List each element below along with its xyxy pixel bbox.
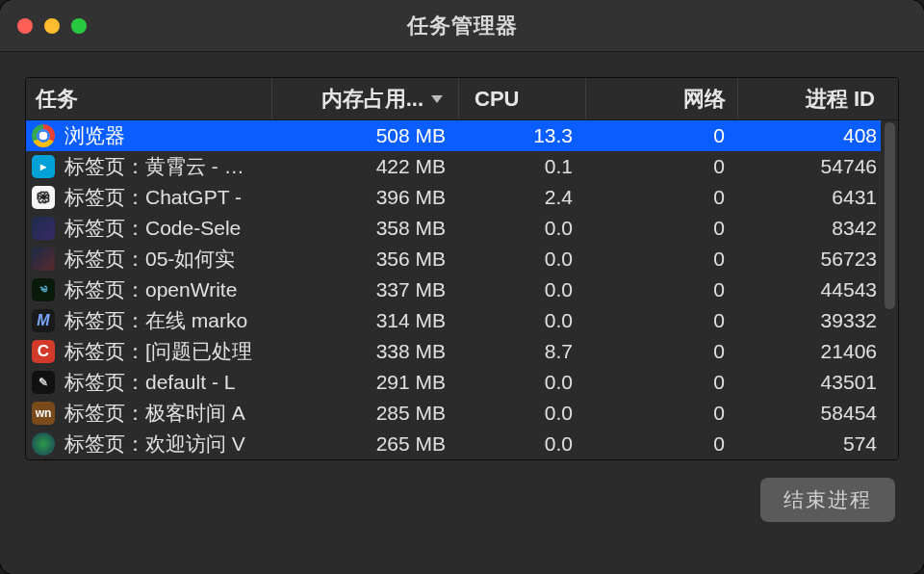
cell-memory: 337 MB	[272, 278, 459, 301]
openwrite-icon	[32, 278, 55, 301]
cell-network: 0	[586, 340, 738, 363]
column-label: CPU	[475, 87, 519, 112]
task-name: 标签页：Code-Sele	[64, 215, 241, 242]
scrollbar-track[interactable]	[881, 120, 898, 459]
window-title: 任务管理器	[407, 12, 518, 40]
task-name: 标签页：default - L	[64, 369, 235, 396]
cell-cpu: 0.1	[459, 155, 586, 178]
cell-memory: 396 MB	[272, 186, 459, 209]
cell-cpu: 0.0	[459, 432, 586, 456]
task-name: 标签页：极客时间 A	[64, 400, 245, 427]
bilibili-icon	[32, 155, 55, 178]
column-label: 网络	[683, 85, 726, 114]
cell-network: 0	[586, 278, 738, 301]
cell-pid: 39332	[738, 309, 886, 332]
end-process-button[interactable]: 结束进程	[760, 478, 895, 522]
cell-memory: 356 MB	[272, 248, 459, 271]
task-name: 标签页：在线 marko	[64, 307, 247, 334]
close-icon[interactable]	[17, 18, 33, 34]
cell-task: 标签页：05-如何实	[26, 246, 272, 273]
column-label: 任务	[36, 85, 78, 114]
scrollbar-thumb[interactable]	[885, 122, 895, 309]
window-controls	[17, 18, 87, 34]
column-label: 内存占用...	[321, 85, 424, 114]
task-name: 标签页：05-如何实	[64, 246, 235, 273]
cell-task: M标签页：在线 marko	[26, 307, 272, 334]
cell-pid: 8342	[738, 217, 886, 240]
task-name: 标签页：ChatGPT -	[64, 184, 242, 211]
app-icon	[32, 248, 55, 271]
footer: 结束进程	[25, 478, 899, 522]
task-name: 标签页：黄霄云 - 哔哩	[64, 153, 261, 180]
task-manager-window: 任务管理器 任务 内存占用... CPU 网络 进程 ID 浏览器508 MB1…	[0, 0, 924, 574]
cell-network: 0	[586, 309, 738, 332]
table-row[interactable]: 标签页：05-如何实356 MB0.0056723	[26, 244, 898, 274]
column-header-network[interactable]: 网络	[586, 78, 738, 119]
cell-memory: 285 MB	[272, 402, 459, 425]
cell-network: 0	[586, 371, 738, 394]
task-name: 标签页：openWrite	[64, 276, 237, 303]
table-row[interactable]: wn标签页：极客时间 A285 MB0.0058454	[26, 398, 898, 429]
cell-pid: 574	[738, 432, 886, 456]
table-header: 任务 内存占用... CPU 网络 进程 ID	[26, 78, 898, 120]
task-name: 标签页：欢迎访问 V	[64, 430, 245, 457]
cell-cpu: 8.7	[459, 340, 586, 363]
cell-network: 0	[586, 155, 738, 178]
column-header-cpu[interactable]: CPU	[459, 78, 586, 119]
table-row[interactable]: 标签页：ChatGPT -396 MB2.406431	[26, 182, 898, 213]
cell-memory: 265 MB	[272, 432, 459, 456]
cell-task: 标签页：ChatGPT -	[26, 184, 272, 211]
cell-cpu: 0.0	[459, 248, 586, 271]
cell-network: 0	[586, 186, 738, 209]
table-row[interactable]: C标签页：[问题已处理338 MB8.7021406	[26, 336, 898, 367]
geektime-icon: wn	[32, 402, 55, 425]
cell-cpu: 0.0	[459, 371, 586, 394]
cell-task: 标签页：default - L	[26, 369, 272, 396]
app-icon: C	[32, 340, 55, 363]
task-name: 浏览器	[64, 122, 125, 149]
cell-cpu: 13.3	[459, 124, 586, 147]
maximize-icon[interactable]	[71, 18, 87, 34]
column-label: 进程 ID	[806, 85, 875, 114]
app-icon	[32, 217, 55, 240]
table-row[interactable]: 浏览器508 MB13.30408	[26, 120, 898, 151]
titlebar[interactable]: 任务管理器	[0, 0, 924, 52]
cell-pid: 43501	[738, 371, 886, 394]
cell-memory: 291 MB	[272, 371, 459, 394]
column-header-memory[interactable]: 内存占用...	[272, 78, 459, 119]
cell-pid: 44543	[738, 278, 886, 301]
process-table: 任务 内存占用... CPU 网络 进程 ID 浏览器508 MB13.3040…	[25, 77, 899, 460]
cell-pid: 21406	[738, 340, 886, 363]
cell-cpu: 0.0	[459, 309, 586, 332]
column-header-pid[interactable]: 进程 ID	[738, 78, 886, 119]
cell-cpu: 0.0	[459, 217, 586, 240]
column-header-task[interactable]: 任务	[26, 78, 272, 119]
cell-task: C标签页：[问题已处理	[26, 338, 272, 365]
cell-memory: 338 MB	[272, 340, 459, 363]
cell-pid: 54746	[738, 155, 886, 178]
cell-network: 0	[586, 217, 738, 240]
table-row[interactable]: 标签页：Code-Sele358 MB0.008342	[26, 213, 898, 244]
cell-task: 标签页：Code-Sele	[26, 215, 272, 242]
app-icon	[32, 371, 55, 394]
table-row[interactable]: 标签页：黄霄云 - 哔哩422 MB0.1054746	[26, 151, 898, 182]
cell-network: 0	[586, 432, 738, 456]
table-body: 浏览器508 MB13.30408标签页：黄霄云 - 哔哩422 MB0.105…	[26, 120, 898, 459]
table-row[interactable]: 标签页：欢迎访问 V265 MB0.00574	[26, 429, 898, 459]
app-icon	[32, 432, 55, 456]
cell-memory: 508 MB	[272, 124, 459, 147]
cell-memory: 358 MB	[272, 217, 459, 240]
cell-task: wn标签页：极客时间 A	[26, 400, 272, 427]
cell-cpu: 0.0	[459, 402, 586, 425]
cell-task: 标签页：黄霄云 - 哔哩	[26, 153, 272, 180]
cell-task: 标签页：欢迎访问 V	[26, 430, 272, 457]
cell-cpu: 0.0	[459, 278, 586, 301]
sort-desc-icon	[431, 95, 443, 103]
table-row[interactable]: 标签页：openWrite337 MB0.0044543	[26, 274, 898, 305]
cell-memory: 314 MB	[272, 309, 459, 332]
markdown-icon: M	[32, 309, 55, 332]
minimize-icon[interactable]	[44, 18, 60, 34]
table-row[interactable]: M标签页：在线 marko314 MB0.0039332	[26, 305, 898, 336]
cell-pid: 408	[738, 124, 886, 147]
table-row[interactable]: 标签页：default - L291 MB0.0043501	[26, 367, 898, 398]
